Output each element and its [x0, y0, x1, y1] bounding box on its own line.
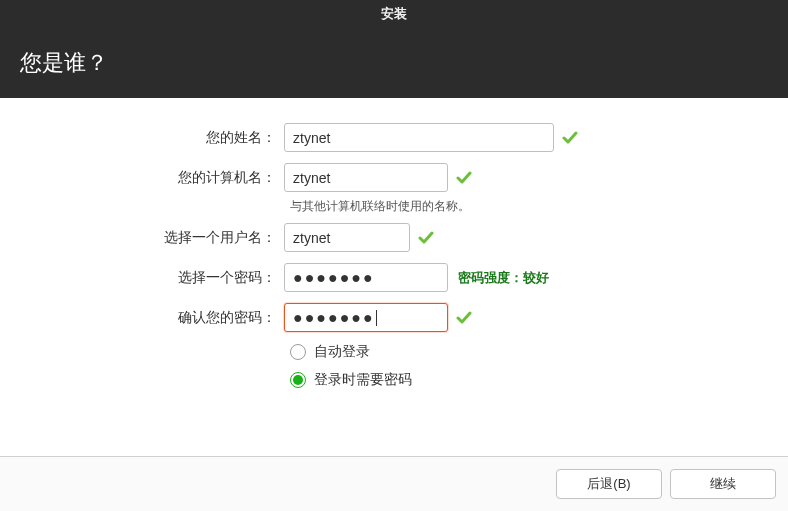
check-icon — [562, 130, 578, 146]
check-icon — [418, 230, 434, 246]
page-header: 您是谁？ — [0, 28, 788, 98]
login-options: 自动登录 登录时需要密码 — [290, 343, 788, 389]
back-button[interactable]: 后退(B) — [556, 469, 662, 499]
auto-login-radio[interactable]: 自动登录 — [290, 343, 788, 361]
password-mask: ●●●●●●● — [293, 270, 375, 286]
radio-icon — [290, 372, 306, 388]
text-caret — [376, 310, 377, 326]
footer: 后退(B) 继续 — [0, 456, 788, 511]
check-icon — [456, 310, 472, 326]
window-titlebar: 安装 — [0, 0, 788, 28]
continue-button[interactable]: 继续 — [670, 469, 776, 499]
password-label: 选择一个密码： — [0, 269, 284, 287]
username-input[interactable] — [284, 223, 410, 252]
window-title: 安装 — [381, 5, 407, 23]
confirm-mask: ●●●●●●● — [293, 310, 375, 326]
name-input[interactable] — [284, 123, 554, 152]
password-strength: 密码强度：较好 — [458, 269, 549, 287]
computer-label: 您的计算机名： — [0, 169, 284, 187]
name-label: 您的姓名： — [0, 129, 284, 147]
auto-login-label: 自动登录 — [314, 343, 370, 361]
confirm-label: 确认您的密码： — [0, 309, 284, 327]
username-label: 选择一个用户名： — [0, 229, 284, 247]
check-icon — [456, 170, 472, 186]
confirm-password-input[interactable]: ●●●●●●● — [284, 303, 448, 332]
page-title: 您是谁？ — [20, 48, 108, 78]
require-password-label: 登录时需要密码 — [314, 371, 412, 389]
computer-hint: 与其他计算机联络时使用的名称。 — [290, 198, 788, 215]
password-input[interactable]: ●●●●●●● — [284, 263, 448, 292]
computer-name-input[interactable] — [284, 163, 448, 192]
form-area: 您的姓名： 您的计算机名： 与其他计算机联络时使用的名称。 选择一个用户名： 选… — [0, 98, 788, 389]
radio-icon — [290, 344, 306, 360]
require-password-radio[interactable]: 登录时需要密码 — [290, 371, 788, 389]
